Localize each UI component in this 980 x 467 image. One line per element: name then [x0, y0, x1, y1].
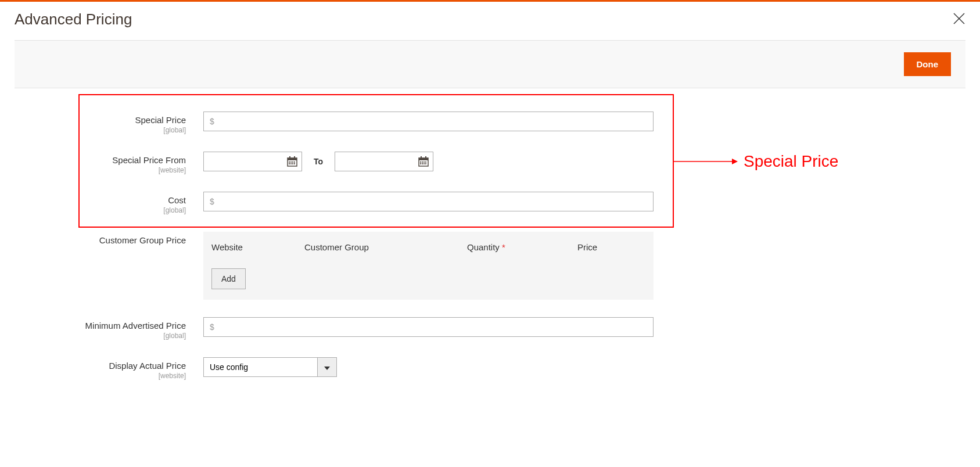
action-toolbar: Done — [15, 40, 965, 88]
svg-marker-28 — [324, 367, 330, 370]
scope-map: [global] — [15, 332, 186, 340]
label-map: Minimum Advertised Price — [15, 321, 186, 331]
scope-special-price-from: [website] — [15, 166, 186, 174]
label-customer-group-price: Customer Group Price — [15, 235, 186, 245]
row-map: Minimum Advertised Price [global] — [15, 317, 965, 340]
label-cost: Cost — [15, 195, 186, 205]
special-price-input[interactable] — [203, 112, 654, 131]
page-title: Advanced Pricing — [15, 10, 132, 28]
row-customer-group-price: Customer Group Price Website Customer Gr… — [15, 232, 965, 300]
cost-input[interactable] — [203, 192, 654, 211]
form-area: Special Price Special Price [global] Spe… — [0, 88, 980, 409]
add-button[interactable]: Add — [211, 268, 246, 289]
scope-special-price: [global] — [15, 126, 186, 134]
row-special-price: Special Price [global] — [15, 112, 965, 134]
row-cost: Cost [global] — [15, 192, 965, 214]
map-input[interactable] — [203, 317, 654, 337]
scope-cost: [global] — [15, 206, 186, 214]
modal-header: Advanced Pricing — [0, 2, 980, 40]
done-button[interactable]: Done — [904, 52, 952, 76]
grid-header-customer-group: Customer Group — [304, 242, 467, 252]
row-special-price-from: Special Price From [website] To — [15, 152, 965, 174]
grid-header-quantity: Quantity* — [467, 242, 577, 252]
customer-group-price-grid: Website Customer Group Quantity* Price A… — [203, 232, 654, 300]
special-price-to-input[interactable] — [335, 152, 433, 171]
scope-display-actual-price: [website] — [15, 372, 186, 380]
chevron-down-icon — [324, 362, 330, 372]
required-asterisk: * — [502, 242, 505, 252]
special-price-from-input[interactable] — [203, 152, 302, 171]
grid-header-price: Price — [577, 242, 597, 252]
grid-header-website: Website — [211, 242, 304, 252]
label-display-actual-price: Display Actual Price — [15, 361, 186, 371]
close-icon[interactable] — [953, 12, 965, 28]
label-special-price-from: Special Price From — [15, 155, 186, 165]
row-display-actual-price: Display Actual Price [website] — [15, 357, 965, 380]
grid-header-row: Website Customer Group Quantity* Price — [203, 232, 654, 263]
label-to: To — [309, 157, 328, 166]
label-special-price: Special Price — [15, 115, 186, 125]
dropdown-toggle-button[interactable] — [317, 357, 337, 377]
